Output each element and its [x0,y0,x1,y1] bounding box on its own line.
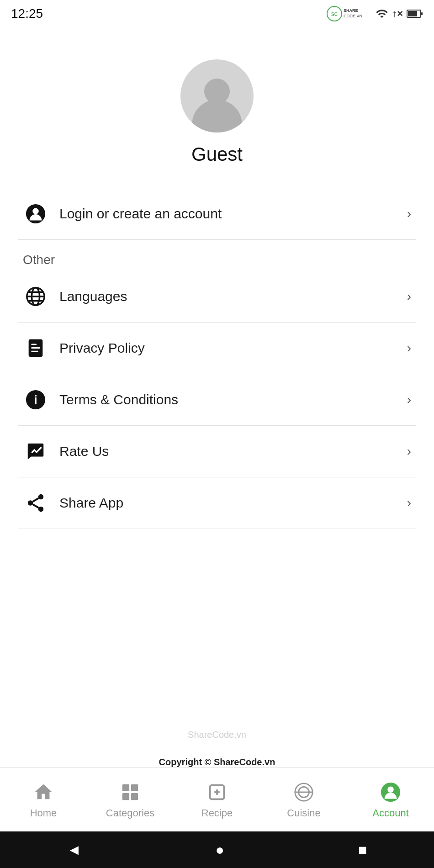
svg-rect-28 [131,793,138,799]
svg-rect-16 [31,347,40,349]
login-menu-item[interactable]: Login or create an account › [18,188,416,240]
battery-icon [407,9,423,19]
avatar [180,59,254,132]
avatar-body [192,100,242,132]
svg-point-20 [38,494,44,500]
other-menu-section: Languages › Privacy Policy › i [18,271,416,529]
copyright-text: Copyright © ShareCode.vn [159,757,275,767]
privacy-chevron-icon: › [407,341,411,355]
document-icon [23,335,48,361]
svg-text:i: i [34,393,37,407]
svg-text:SC: SC [331,12,338,17]
svg-rect-6 [421,12,423,15]
status-time: 12:25 [11,6,43,21]
share-chevron-icon: › [407,496,411,510]
svg-rect-27 [122,793,129,799]
info-icon: i [23,387,48,413]
rate-label: Rate Us [59,444,402,459]
privacy-label: Privacy Policy [59,340,402,356]
copyright-bar: Copyright © ShareCode.vn [0,757,434,767]
home-button[interactable]: ● [216,842,224,858]
languages-menu-item[interactable]: Languages › [18,271,416,323]
svg-line-24 [32,498,38,502]
system-nav-bar: ◄ ● ■ [0,831,434,868]
back-button[interactable]: ◄ [67,842,82,858]
categories-nav-icon [119,781,142,804]
terms-chevron-icon: › [407,392,411,407]
login-section: Login or create an account › [18,188,416,240]
rate-icon [23,439,48,464]
rate-menu-item[interactable]: Rate Us › [18,426,416,477]
signal-icon: ↑× [392,8,403,20]
recipe-nav-icon [206,781,228,804]
nav-categories[interactable]: Categories [87,781,174,819]
nav-home[interactable]: Home [0,781,87,819]
categories-nav-label: Categories [106,807,154,819]
cuisine-nav-label: Cuisine [287,807,320,819]
recents-button[interactable]: ■ [358,842,367,858]
svg-rect-26 [131,784,138,791]
account-nav-label: Account [372,807,409,819]
home-nav-icon [32,781,55,804]
watermark: ShareCode.vn [188,730,246,740]
languages-chevron-icon: › [407,289,411,304]
bottom-nav: Home Categories Recipe [0,767,434,831]
share-menu-item[interactable]: Share App › [18,477,416,529]
avatar-person [180,59,254,132]
home-nav-label: Home [30,807,57,819]
terms-menu-item[interactable]: i Terms & Conditions › [18,374,416,426]
svg-point-22 [38,507,44,512]
terms-label: Terms & Conditions [59,392,402,408]
nav-account[interactable]: Account [347,781,434,819]
svg-line-23 [32,504,38,508]
status-icons: SC SHARE CODE.VN ↑× [326,5,423,22]
avatar-section: Guest [18,41,416,188]
svg-rect-17 [31,351,38,352]
svg-point-36 [387,786,393,792]
login-chevron-icon: › [407,206,411,221]
svg-text:CODE.VN: CODE.VN [344,14,362,18]
cuisine-nav-icon [292,781,315,804]
svg-point-8 [32,208,38,214]
svg-text:SHARE: SHARE [344,8,358,13]
wifi-icon [376,7,388,20]
svg-rect-15 [31,344,37,345]
share-label: Share App [59,495,402,511]
nav-recipe[interactable]: Recipe [174,781,260,819]
svg-rect-5 [408,11,417,16]
rate-chevron-icon: › [407,444,411,459]
share-icon [23,490,48,516]
svg-point-21 [28,500,33,506]
main-content: Guest Login or create an account › Other [0,27,434,529]
sharecode-logo-icon: SC SHARE CODE.VN [326,5,372,22]
avatar-head [204,79,230,104]
languages-label: Languages [59,289,402,304]
nav-cuisine[interactable]: Cuisine [260,781,347,819]
globe-icon [23,284,48,309]
account-icon [23,201,48,227]
username: Guest [191,143,243,165]
recipe-nav-label: Recipe [201,807,233,819]
svg-rect-25 [122,784,129,791]
account-nav-icon [379,781,402,804]
login-label: Login or create an account [59,206,402,222]
status-bar: 12:25 SC SHARE CODE.VN ↑× [0,0,434,27]
other-section-header: Other [18,240,416,271]
privacy-menu-item[interactable]: Privacy Policy › [18,323,416,374]
